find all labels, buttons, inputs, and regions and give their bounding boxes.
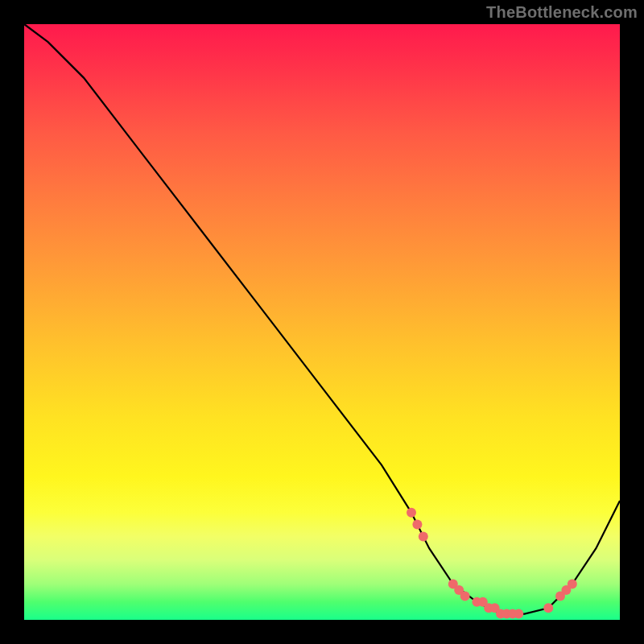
marker-dot	[419, 531, 428, 541]
marker-dot	[568, 580, 577, 589]
marker-dot	[407, 508, 416, 518]
marker-dot	[543, 603, 553, 613]
curve-path	[24, 24, 620, 614]
plot-area	[24, 24, 620, 620]
attribution-label: TheBottleneck.com	[486, 3, 638, 22]
chart-svg	[24, 24, 620, 620]
chart-stage: TheBottleneck.com	[0, 0, 644, 644]
marker-dot	[460, 591, 470, 601]
marker-group	[407, 508, 577, 619]
marker-dot	[412, 520, 422, 530]
marker-dot	[514, 609, 523, 619]
